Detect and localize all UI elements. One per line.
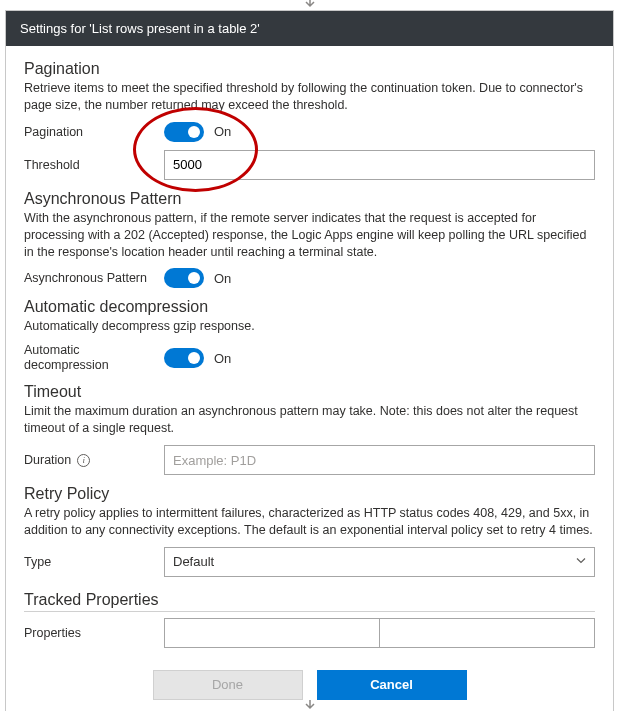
pagination-title: Pagination bbox=[24, 60, 595, 78]
decomp-toggle-label: Automatic decompression bbox=[24, 343, 164, 373]
panel-title: Settings for 'List rows present in a tab… bbox=[20, 21, 260, 36]
async-desc: With the asynchronous pattern, if the re… bbox=[24, 210, 595, 261]
duration-label-text: Duration bbox=[24, 453, 71, 467]
duration-input[interactable] bbox=[164, 445, 595, 475]
timeout-title: Timeout bbox=[24, 383, 595, 401]
async-toggle-label: Asynchronous Pattern bbox=[24, 271, 164, 285]
properties-label: Properties bbox=[24, 626, 164, 640]
decomp-toggle-state: On bbox=[214, 351, 231, 366]
decomp-desc: Automatically decompress gzip response. bbox=[24, 318, 595, 335]
retry-type-select[interactable]: Default bbox=[164, 547, 595, 577]
pagination-toggle-state: On bbox=[214, 124, 231, 139]
timeout-desc: Limit the maximum duration an asynchrono… bbox=[24, 403, 595, 437]
pagination-toggle-label: Pagination bbox=[24, 125, 164, 139]
async-toggle[interactable] bbox=[164, 268, 204, 288]
async-toggle-state: On bbox=[214, 271, 231, 286]
settings-panel: Settings for 'List rows present in a tab… bbox=[5, 10, 614, 711]
panel-header: Settings for 'List rows present in a tab… bbox=[6, 11, 613, 46]
done-button: Done bbox=[153, 670, 303, 700]
async-title: Asynchronous Pattern bbox=[24, 190, 595, 208]
button-row: Done Cancel bbox=[24, 670, 595, 700]
properties-table bbox=[164, 618, 595, 648]
retry-type-label: Type bbox=[24, 555, 164, 569]
retry-title: Retry Policy bbox=[24, 485, 595, 503]
property-value-input[interactable] bbox=[380, 618, 595, 648]
cancel-button[interactable]: Cancel bbox=[317, 670, 467, 700]
pagination-desc: Retrieve items to meet the specified thr… bbox=[24, 80, 595, 114]
retry-desc: A retry policy applies to intermittent f… bbox=[24, 505, 595, 539]
panel-body: Pagination Retrieve items to meet the sp… bbox=[6, 46, 613, 711]
flow-arrow-in bbox=[302, 0, 318, 15]
threshold-label: Threshold bbox=[24, 158, 164, 172]
tracked-title: Tracked Properties bbox=[24, 591, 595, 609]
duration-label: Duration i bbox=[24, 453, 164, 467]
property-key-input[interactable] bbox=[164, 618, 380, 648]
pagination-toggle[interactable] bbox=[164, 122, 204, 142]
decomp-title: Automatic decompression bbox=[24, 298, 595, 316]
info-icon[interactable]: i bbox=[77, 454, 90, 467]
decomp-toggle[interactable] bbox=[164, 348, 204, 368]
threshold-input[interactable] bbox=[164, 150, 595, 180]
flow-arrow-out bbox=[302, 698, 318, 711]
tracked-divider bbox=[24, 611, 595, 612]
